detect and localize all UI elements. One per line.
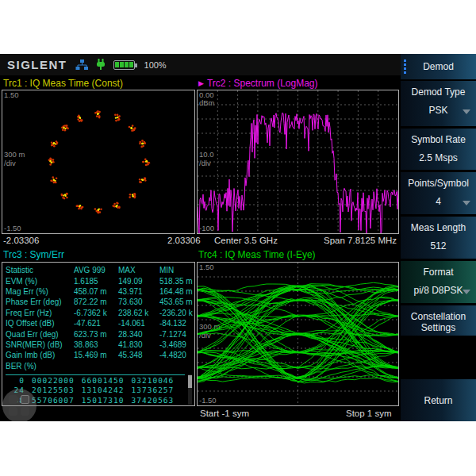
trace2-header: ▶Trc2 : Spectrum (LogMag) [198, 78, 318, 89]
sidebar-menu: DemodDemod TypePSKSymbol Rate2.5 MspsPoi… [401, 54, 476, 421]
table-cell: 28.340 [118, 330, 159, 339]
table-row: Mag Err (%)458.07 m43.971164.48 m [6, 286, 193, 297]
button-label: Symbol Rate [401, 129, 476, 145]
symbol-group: 00022000 [32, 376, 75, 385]
table-cell: AVG 999 [74, 266, 118, 274]
symbol-group: 13104242 [82, 386, 125, 394]
sidebar-header-label: Demod [423, 61, 454, 72]
table-cell: IQ Offset (dB) [6, 319, 74, 328]
table-row: Quad Err (deg)623.73 m28.340-7.1274 [6, 328, 193, 339]
table-cell: 623.73 m [74, 330, 118, 339]
table-header-row: StatisticAVG 999MAXMIN [6, 265, 193, 275]
table-row: Phase Err (deg)872.22 m73.630453.65 m [6, 297, 193, 307]
constellation-points [48, 110, 151, 213]
table-cell: Mag Err (%) [6, 287, 74, 296]
table-cell: 872.22 m [74, 298, 118, 306]
symerr-panel: StatisticAVG 999MAXMINEVM (%)1.6185149.0… [2, 262, 195, 406]
symbol-row: 24201255031310424213736257 [6, 386, 186, 396]
constellation-panel: 1.50 300 m /div -1.50 [2, 90, 195, 234]
symbol-group: 20125503 [32, 386, 75, 394]
table-cell: -6.7362 k [74, 309, 118, 317]
table-row: Freq Err (Hz)-6.7362 k238.62 k-236.20 k [6, 308, 193, 318]
table-cell: -4.4820 [159, 351, 193, 359]
table-cell: Freq Err (Hz) [6, 309, 74, 317]
menu-square-icon [9, 407, 17, 416]
table-cell: -47.621 [74, 319, 118, 328]
dropdown-arrow-icon [463, 201, 470, 205]
screenshot-page: SIGLENT 100% Trc1 : IQ Meas Time (Const)… [0, 0, 476, 476]
table-cell: 1.6185 [74, 277, 118, 286]
battery-percentage: 100% [144, 60, 167, 70]
trc1-divunit-label: /div [4, 159, 16, 167]
spectrum-panel: 0.00 dBm 10.0 /div -100 [197, 90, 399, 234]
table-row: EVM (%)1.6185149.09518.35 m [6, 275, 193, 286]
eye-diagram-plot [198, 263, 398, 405]
sidebar-item-format[interactable]: Formatpi/8 D8PSK [401, 261, 476, 303]
table-cell: 73.630 [118, 298, 159, 306]
symbol-row: 0000220006600145003210046 [6, 375, 186, 386]
symbol-group: 15017310 [82, 396, 125, 405]
table-cell: Phase Err (deg) [6, 298, 74, 306]
button-label: Return [424, 395, 452, 406]
trace1-header: Trc1 : IQ Meas Time (Const) [3, 78, 123, 89]
lan-icon [75, 60, 88, 71]
floating-menu-button[interactable] [2, 389, 36, 421]
button-value: 2.5 Msps [401, 152, 476, 163]
button-label: Points/Symbol [401, 172, 476, 189]
table-cell: Quad Err (deg) [6, 330, 74, 339]
table-cell: -236.20 k [159, 309, 193, 317]
button-label: Format [401, 261, 476, 278]
button-label: Demod Type [401, 81, 476, 98]
trc1-ydiv-label: 300 m [4, 151, 25, 159]
button-value: 512 [401, 240, 476, 251]
menu-square-icon [21, 395, 29, 404]
sidebar-item-points-symbol[interactable]: Points/Symbol4 [401, 172, 476, 214]
sidebar-item-demod-type[interactable]: Demod TypePSK [401, 81, 476, 126]
menu-dots-icon [404, 60, 406, 74]
spectrum-span-label: Span 7.8125 MHz [324, 236, 397, 245]
table-cell: EVM (%) [6, 277, 74, 286]
table-cell: 149.09 [118, 277, 159, 286]
table-cell: BER (%) [6, 362, 74, 370]
eye-traces [198, 282, 398, 383]
active-trace-marker-icon: ▶ [198, 79, 204, 87]
table-cell: 43.971 [118, 287, 159, 296]
table-row: Gain Imb (dB)15.469 m45.348-4.4820 [6, 350, 193, 360]
table-cell: -14.061 [118, 319, 159, 328]
symbol-group: 13736257 [132, 386, 175, 394]
table-cell: 45.348 [118, 351, 159, 359]
sidebar-item-symbol-rate[interactable]: Symbol Rate2.5 Msps [401, 129, 476, 170]
eye-start-label: Start -1 sym [200, 409, 249, 418]
sidebar-item-constellation-settings[interactable]: ConstellationSettings [401, 305, 476, 336]
symbol-group: 66001450 [82, 376, 125, 385]
dropdown-arrow-icon [463, 109, 470, 114]
dropdown-arrow-icon [463, 290, 470, 294]
vsa-screen: SIGLENT 100% Trc1 : IQ Meas Time (Const)… [0, 54, 476, 421]
sidebar-item-meas-length[interactable]: Meas Length512 [401, 217, 476, 259]
table-cell: Gain Imb (dB) [6, 351, 74, 359]
battery-icon [113, 60, 135, 70]
trace4-header: Trc4 : IQ Meas Time (I-Eye) [198, 249, 316, 260]
table-cell: SNR(MER) (dB) [6, 340, 74, 349]
sidebar-item-return[interactable]: Return [401, 379, 476, 421]
table-cell: 15.469 m [74, 351, 118, 359]
constellation-plot [2, 90, 194, 233]
trace3-header: Trc3 : Sym/Err [3, 249, 64, 260]
sidebar-header-demod[interactable]: Demod [401, 54, 476, 79]
trc1-ytop-label: 1.50 [4, 91, 19, 99]
table-cell: -7.1274 [159, 330, 193, 339]
table-cell: 41.830 [118, 340, 159, 349]
eye-stop-label: Stop 1 sym [346, 409, 392, 418]
trc1-xleft-label: -2.03306 [3, 236, 39, 245]
symbol-group: 03210046 [132, 376, 175, 385]
button-label: Meas Length [401, 217, 476, 233]
trc1-xright-label: 2.03306 [167, 236, 201, 245]
table-cell: MAX [118, 266, 159, 274]
table-cell: -84.132 [159, 319, 193, 328]
spectrum-plot [198, 90, 398, 233]
scrollbar-thumb[interactable] [188, 375, 192, 388]
symbol-table-scrollbar[interactable] [188, 374, 192, 405]
table-cell: 38.863 [74, 340, 118, 349]
table-row-ber: BER (%) [6, 361, 193, 371]
spectrum-center-label: Center 3.5 GHz [214, 236, 278, 245]
